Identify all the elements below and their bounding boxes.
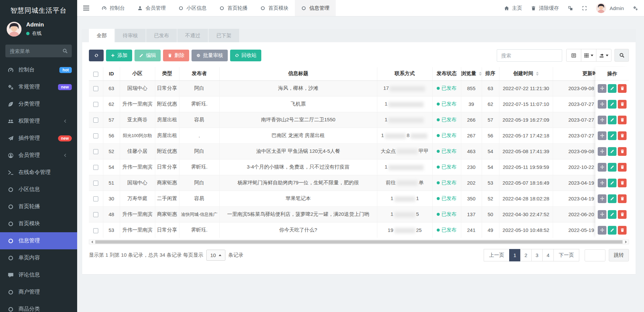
filter-tab-offline[interactable]: 已下架 bbox=[209, 29, 239, 42]
refresh-button[interactable] bbox=[89, 50, 104, 61]
scrollbar-thumb[interactable] bbox=[95, 240, 623, 244]
row-edit-button[interactable] bbox=[608, 194, 616, 203]
row-move-button[interactable] bbox=[598, 179, 606, 187]
row-delete-button[interactable] bbox=[618, 116, 627, 124]
navbar-tab-community[interactable]: 小区信息 bbox=[172, 0, 213, 16]
sort-carets[interactable] bbox=[536, 72, 539, 76]
row-move-button[interactable] bbox=[598, 194, 606, 203]
row-checkbox[interactable] bbox=[93, 86, 98, 91]
page-button-2[interactable]: 2 bbox=[520, 249, 532, 261]
search-button[interactable] bbox=[614, 49, 629, 62]
row-delete-button[interactable] bbox=[618, 100, 627, 109]
page-button-1[interactable]: 1 bbox=[509, 249, 521, 261]
sidebar-item-module[interactable]: 首页模块 bbox=[0, 215, 77, 232]
row-edit-button[interactable] bbox=[608, 179, 616, 187]
table-search-input[interactable] bbox=[497, 49, 562, 62]
row-edit-button[interactable] bbox=[608, 163, 616, 172]
navbar-tab-info[interactable]: 信息管理 bbox=[295, 0, 336, 16]
filter-tab-all[interactable]: 全部 bbox=[89, 29, 114, 42]
row-move-button[interactable] bbox=[598, 100, 606, 109]
navbar-tab-module[interactable]: 首页模块 bbox=[254, 0, 295, 16]
filter-tab-published[interactable]: 已发布 bbox=[146, 29, 177, 42]
sidebar-item-permission[interactable]: 权限管理 bbox=[0, 113, 77, 130]
sidebar-item-community[interactable]: 小区信息 bbox=[0, 181, 77, 198]
fullscreen-button[interactable] bbox=[582, 6, 587, 11]
navbar-tab-dashboard[interactable]: 控制台 bbox=[95, 0, 131, 16]
row-edit-button[interactable] bbox=[608, 147, 616, 156]
sidebar-item-member[interactable]: 会员管理 bbox=[0, 147, 77, 164]
row-move-button[interactable] bbox=[598, 226, 606, 235]
add-button[interactable]: 添加 bbox=[106, 50, 132, 61]
row-move-button[interactable] bbox=[598, 131, 606, 140]
menu-search-input[interactable] bbox=[5, 45, 72, 57]
sidebar-item-banner[interactable]: 首页轮播 bbox=[0, 198, 77, 215]
sidebar-item-plugin[interactable]: 插件管理new bbox=[0, 130, 77, 147]
row-delete-button[interactable] bbox=[618, 163, 627, 172]
page-size-dropdown[interactable]: 10 bbox=[206, 250, 225, 261]
detail-view-button[interactable] bbox=[566, 49, 581, 62]
row-checkbox[interactable] bbox=[93, 133, 98, 138]
prev-page-button[interactable]: 上一页 bbox=[484, 249, 509, 261]
sidebar-item-goods[interactable]: 商品分类 bbox=[0, 301, 77, 312]
row-edit-button[interactable] bbox=[608, 100, 616, 109]
sidebar-item-comment[interactable]: 评论信息 bbox=[0, 266, 77, 284]
table-scroll-area[interactable]: ID小区类型发布者信息标题联系方式发布状态浏览量排序创建时间更新时间 63国瑞中… bbox=[89, 67, 629, 238]
row-edit-button[interactable] bbox=[608, 226, 616, 235]
row-checkbox[interactable] bbox=[93, 181, 98, 186]
row-checkbox[interactable] bbox=[93, 212, 98, 217]
scroll-right-button[interactable] bbox=[623, 240, 629, 244]
scroll-left-button[interactable] bbox=[89, 240, 95, 244]
sort-carets[interactable] bbox=[479, 72, 482, 76]
row-delete-button[interactable] bbox=[618, 179, 627, 187]
sidebar-item-page[interactable]: 单页内容 bbox=[0, 249, 77, 266]
row-checkbox[interactable] bbox=[93, 118, 98, 123]
sidebar-item-command[interactable]: 在线命令管理 bbox=[0, 164, 77, 181]
sidebar-item-general[interactable]: 常规管理new bbox=[0, 78, 77, 96]
row-checkbox[interactable] bbox=[93, 228, 98, 233]
language-button[interactable] bbox=[568, 6, 573, 11]
row-delete-button[interactable] bbox=[618, 194, 627, 203]
user-avatar[interactable] bbox=[7, 22, 21, 37]
delete-button[interactable]: 删除 bbox=[163, 50, 189, 61]
admin-menu[interactable]: Admin bbox=[596, 3, 624, 13]
row-edit-button[interactable] bbox=[608, 116, 616, 124]
row-checkbox[interactable] bbox=[93, 165, 98, 170]
navbar-tab-member[interactable]: 会员管理 bbox=[131, 0, 172, 16]
row-delete-button[interactable] bbox=[618, 226, 627, 235]
row-edit-button[interactable] bbox=[608, 210, 616, 219]
columns-button[interactable] bbox=[581, 49, 596, 62]
filter-tab-rejected[interactable]: 不通过 bbox=[177, 29, 208, 42]
jump-button[interactable]: 跳转 bbox=[609, 249, 629, 261]
row-move-button[interactable] bbox=[598, 147, 606, 156]
row-delete-button[interactable] bbox=[618, 131, 627, 140]
page-button-4[interactable]: 4 bbox=[542, 249, 554, 261]
filter-tab-pending[interactable]: 待审核 bbox=[115, 29, 146, 42]
row-move-button[interactable] bbox=[598, 116, 606, 124]
sidebar-item-info[interactable]: 信息管理 bbox=[0, 232, 77, 249]
sidebar-item-category[interactable]: 分类管理 bbox=[0, 96, 77, 113]
jump-page-input[interactable] bbox=[585, 249, 605, 261]
row-checkbox[interactable] bbox=[93, 196, 98, 201]
sidebar-item-merchant[interactable]: 商户管理 bbox=[0, 284, 77, 301]
row-delete-button[interactable] bbox=[618, 210, 627, 219]
row-move-button[interactable] bbox=[598, 163, 606, 172]
settings-button[interactable] bbox=[633, 6, 638, 11]
row-delete-button[interactable] bbox=[618, 84, 627, 93]
clear-cache-link[interactable]: 清除缓存 bbox=[531, 5, 559, 11]
row-edit-button[interactable] bbox=[608, 131, 616, 140]
page-button-3[interactable]: 3 bbox=[531, 249, 543, 261]
sidebar-toggle-button[interactable] bbox=[77, 0, 95, 16]
batch-audit-button[interactable]: 批量审核 bbox=[192, 50, 228, 61]
export-button[interactable] bbox=[596, 49, 611, 62]
next-page-button[interactable]: 下一页 bbox=[553, 249, 579, 261]
sidebar-item-dashboard[interactable]: 控制台hot bbox=[0, 61, 77, 78]
row-checkbox[interactable] bbox=[93, 149, 98, 154]
home-link[interactable]: 主页 bbox=[504, 5, 522, 11]
horizontal-scrollbar[interactable] bbox=[89, 240, 629, 244]
row-move-button[interactable] bbox=[598, 210, 606, 219]
navbar-tab-banner[interactable]: 首页轮播 bbox=[213, 0, 254, 16]
select-all-checkbox[interactable] bbox=[93, 72, 98, 77]
edit-button[interactable]: 编辑 bbox=[135, 50, 161, 61]
row-edit-button[interactable] bbox=[608, 84, 616, 93]
row-move-button[interactable] bbox=[598, 84, 606, 93]
